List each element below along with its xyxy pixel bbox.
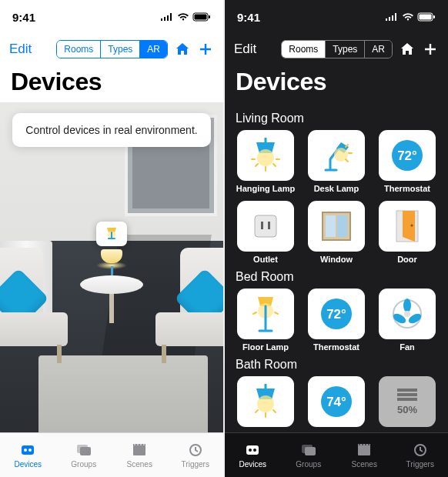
page-title: Devices (225, 65, 448, 102)
nav-bar: Edit Rooms Types AR (0, 34, 223, 65)
svg-rect-20 (261, 222, 263, 229)
home-icon[interactable] (399, 41, 416, 58)
devices-icon (18, 442, 37, 459)
ar-device-tag[interactable] (96, 222, 127, 246)
segment-types[interactable]: Types (326, 41, 365, 58)
ar-viewport[interactable]: Control devices in real environment. (0, 102, 223, 432)
device-hanging-lamp[interactable]: Hanging Lamp (234, 130, 297, 193)
devices-icon (243, 442, 262, 459)
svg-rect-2 (209, 15, 210, 18)
add-icon[interactable] (197, 41, 214, 58)
svg-text:72°: 72° (397, 148, 417, 163)
tab-label: Scenes (127, 460, 152, 469)
tab-devices[interactable]: Devices (0, 433, 56, 477)
svg-rect-47 (358, 445, 370, 455)
section-bath-room: Bath Room (236, 358, 437, 372)
segment-types[interactable]: Types (101, 41, 140, 58)
room-table (80, 275, 143, 323)
section-living-room: Living Room (236, 112, 437, 125)
tab-triggers[interactable]: Triggers (168, 433, 224, 477)
wifi-icon (402, 12, 414, 22)
tab-bar: Devices Groups Scenes Triggers (225, 432, 448, 477)
svg-point-31 (403, 299, 411, 312)
scenes-icon (130, 442, 149, 459)
tab-label: Groups (296, 460, 321, 469)
svg-point-15 (257, 149, 274, 166)
tab-scenes[interactable]: Scenes (112, 433, 168, 477)
tab-devices[interactable]: Devices (225, 433, 281, 477)
svg-rect-24 (337, 215, 347, 237)
signal-icon (385, 12, 399, 22)
svg-rect-40 (397, 398, 417, 401)
status-time: 9:41 (237, 11, 260, 24)
home-icon[interactable] (174, 41, 191, 58)
device-thermostat-bath[interactable]: 74° (305, 376, 368, 430)
device-window[interactable]: Window (305, 201, 368, 264)
edit-button[interactable]: Edit (9, 42, 32, 57)
edit-button[interactable]: Edit (234, 42, 256, 57)
svg-text:50%: 50% (397, 404, 417, 415)
svg-rect-14 (433, 15, 435, 18)
svg-point-5 (24, 449, 27, 452)
svg-rect-23 (326, 215, 336, 237)
device-fan[interactable]: Fan (376, 289, 439, 352)
status-bar: 9:41 (225, 0, 448, 34)
status-bar: 9:41 (0, 0, 223, 34)
svg-point-26 (411, 225, 413, 227)
triggers-icon (411, 442, 430, 459)
svg-point-34 (404, 311, 410, 317)
svg-rect-42 (246, 445, 259, 455)
battery-icon (192, 12, 211, 22)
tab-scenes[interactable]: Scenes (336, 433, 393, 477)
wifi-icon (177, 12, 189, 22)
svg-rect-9 (133, 445, 145, 455)
battery-icon (417, 12, 436, 22)
device-door[interactable]: Door (376, 201, 439, 264)
status-indicators (385, 12, 436, 22)
device-list[interactable]: Living Room Hanging Lamp Desk Lamp 72°Th… (225, 102, 448, 432)
svg-rect-39 (397, 393, 417, 396)
svg-text:74°: 74° (326, 395, 346, 409)
svg-rect-19 (255, 215, 276, 237)
svg-text:72°: 72° (326, 307, 346, 322)
device-thermostat-bed[interactable]: 72°Thermostat (305, 289, 368, 352)
device-outlet[interactable]: Outlet (234, 201, 297, 264)
device-thermostat[interactable]: 72°Thermostat (376, 130, 439, 193)
device-floor-lamp[interactable]: Floor Lamp (234, 289, 297, 352)
tab-label: Triggers (182, 460, 209, 469)
nav-bar: Edit Rooms Types AR (225, 34, 448, 65)
groups-icon (75, 442, 93, 459)
view-segmented-control[interactable]: Rooms Types AR (281, 40, 393, 58)
ar-room-scene (0, 102, 223, 432)
device-blinds[interactable]: 50% (376, 376, 439, 430)
svg-point-44 (253, 449, 256, 452)
segment-ar[interactable]: AR (140, 41, 167, 58)
scenes-icon (355, 442, 373, 459)
status-indicators (160, 12, 211, 22)
svg-point-6 (28, 449, 32, 452)
add-icon[interactable] (422, 41, 439, 58)
tab-triggers[interactable]: Triggers (393, 433, 449, 477)
tab-label: Devices (239, 460, 266, 469)
svg-rect-1 (195, 15, 207, 20)
phone-dark: 9:41 Edit Rooms Types AR Devices Living … (225, 0, 448, 477)
groups-icon (299, 442, 318, 459)
segment-rooms[interactable]: Rooms (57, 41, 101, 58)
segment-ar[interactable]: AR (365, 41, 392, 58)
svg-rect-4 (22, 445, 34, 455)
segment-rooms[interactable]: Rooms (282, 41, 326, 58)
device-bath-lamp[interactable] (234, 376, 297, 430)
section-bed-room: Bed Room (236, 270, 437, 284)
view-segmented-control[interactable]: Rooms Types AR (56, 40, 168, 58)
svg-rect-46 (305, 447, 316, 455)
phone-light: 9:41 Edit Rooms Types AR Devices (0, 0, 223, 477)
svg-rect-8 (80, 447, 91, 455)
tab-groups[interactable]: Groups (281, 433, 337, 477)
tab-groups[interactable]: Groups (56, 433, 112, 477)
svg-rect-21 (268, 222, 270, 229)
svg-rect-13 (420, 15, 432, 20)
triggers-icon (186, 442, 205, 459)
tab-label: Scenes (352, 460, 377, 469)
device-desk-lamp[interactable]: Desk Lamp (305, 130, 368, 193)
ar-tooltip: Control devices in real environment. (12, 113, 211, 147)
